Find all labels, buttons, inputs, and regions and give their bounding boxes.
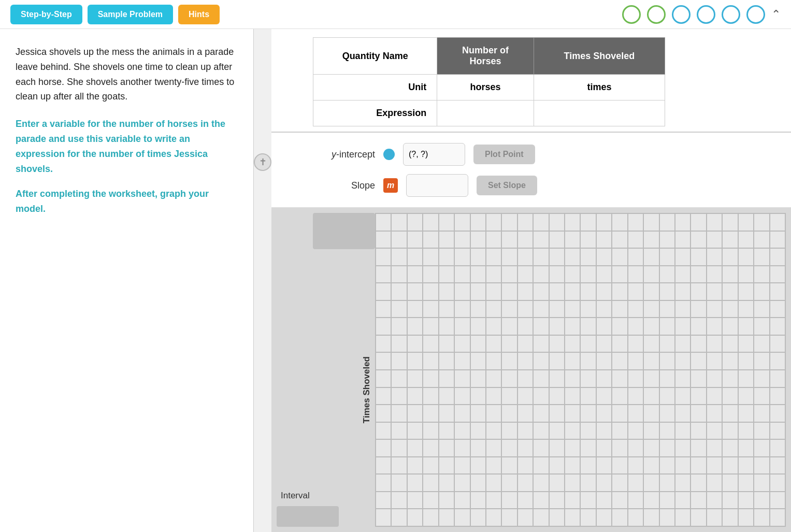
problem-text: Jessica shovels up the mess the animals …	[16, 45, 238, 104]
grid-cell	[770, 213, 785, 231]
yintercept-input[interactable]	[403, 143, 465, 166]
grid-cell	[643, 300, 659, 318]
hints-button[interactable]: Hints	[178, 5, 220, 24]
grid-cell	[691, 231, 706, 249]
grid-cell	[549, 457, 565, 475]
grid-cell	[596, 318, 612, 335]
grid-cell	[643, 492, 659, 509]
grid-cell	[659, 422, 675, 440]
grid-cell	[501, 266, 517, 283]
grid-cell	[628, 248, 643, 266]
unit-times-cell[interactable]: times	[534, 75, 665, 100]
grid-cell	[596, 283, 612, 300]
grid-cell	[738, 474, 754, 492]
divider-handle: ✝	[254, 29, 271, 532]
grid-cell	[754, 370, 769, 387]
grid-cell	[454, 509, 470, 526]
grid-cell	[691, 213, 706, 231]
grid-cell	[659, 266, 675, 283]
grid-cell	[565, 405, 580, 422]
grid-cell	[738, 266, 754, 283]
grid-cell	[675, 335, 691, 353]
chevron-up-icon[interactable]: ⌃	[771, 8, 781, 21]
grid-cell	[707, 405, 722, 422]
grid-cell	[454, 405, 470, 422]
plot-point-button[interactable]: Plot Point	[473, 145, 535, 164]
grid-cell	[628, 352, 643, 370]
set-slope-button[interactable]: Set Slope	[477, 176, 537, 195]
grid-cell	[407, 474, 423, 492]
grid-cell	[722, 457, 738, 475]
expression-times-cell[interactable]	[534, 100, 665, 126]
grid-cell	[376, 352, 391, 370]
grid-cell	[612, 370, 627, 387]
grid-cell	[754, 474, 769, 492]
grid-cell	[549, 266, 565, 283]
grid-cell	[533, 405, 549, 422]
grid-cell	[691, 492, 706, 509]
grid-cell	[407, 318, 423, 335]
grid-cell	[423, 474, 438, 492]
grid-cell	[628, 231, 643, 249]
grid-cell	[596, 405, 612, 422]
grid-cell	[659, 318, 675, 335]
y-axis-label-container: Times Shoveled	[362, 253, 375, 527]
grid-cell	[470, 474, 486, 492]
grid-cell	[470, 370, 486, 387]
grid-cell	[628, 283, 643, 300]
grid-cell	[407, 405, 423, 422]
grid-cell	[612, 439, 627, 457]
grid-cell	[691, 300, 706, 318]
grid-cell	[501, 422, 517, 440]
grid-cell	[376, 283, 391, 300]
grid-cell	[691, 405, 706, 422]
grid-cell	[707, 509, 722, 526]
grid-cell	[770, 266, 785, 283]
grid-cell	[565, 352, 580, 370]
grid-cell	[533, 213, 549, 231]
expression-horses-cell[interactable]	[437, 100, 534, 126]
grid-cell	[517, 266, 533, 283]
grid-cell	[454, 248, 470, 266]
grid-cell	[738, 335, 754, 353]
grid-cell	[675, 509, 691, 526]
grid-cell	[754, 457, 769, 475]
grid-cell	[565, 213, 580, 231]
grid-cell	[454, 474, 470, 492]
grid-cell	[439, 266, 454, 283]
grid-cell	[612, 405, 627, 422]
grid-cell	[439, 492, 454, 509]
grid-cell	[439, 474, 454, 492]
grid-cell	[423, 492, 438, 509]
unit-row: Unit horses times	[313, 75, 665, 100]
slope-input[interactable]	[406, 174, 468, 197]
grid-cell	[391, 283, 407, 300]
grid-cell	[517, 422, 533, 440]
grid-cell	[549, 318, 565, 335]
grid-cell	[675, 231, 691, 249]
step-by-step-button[interactable]: Step-by-Step	[10, 5, 82, 24]
grid-cell	[580, 422, 596, 440]
grid-cell	[439, 370, 454, 387]
grid-cell	[376, 439, 391, 457]
grid-cell	[580, 387, 596, 405]
grid-cell	[439, 457, 454, 475]
grid-cell	[738, 509, 754, 526]
sample-problem-button[interactable]: Sample Problem	[88, 5, 173, 24]
grid-cell	[643, 439, 659, 457]
yintercept-dot	[383, 149, 395, 160]
grid-cell	[407, 213, 423, 231]
drag-handle-icon[interactable]: ✝	[254, 153, 271, 171]
grid-cell	[454, 387, 470, 405]
grid-cell	[612, 474, 627, 492]
graph-bottom-box	[277, 506, 339, 527]
grid-cell	[770, 370, 785, 387]
unit-horses-cell[interactable]: horses	[437, 75, 534, 100]
grid-cell	[549, 335, 565, 353]
grid-cell	[549, 439, 565, 457]
grid-cell	[470, 509, 486, 526]
grid-cell	[565, 370, 580, 387]
grid-cell	[738, 492, 754, 509]
grid-cell	[596, 248, 612, 266]
grid-cell	[675, 422, 691, 440]
